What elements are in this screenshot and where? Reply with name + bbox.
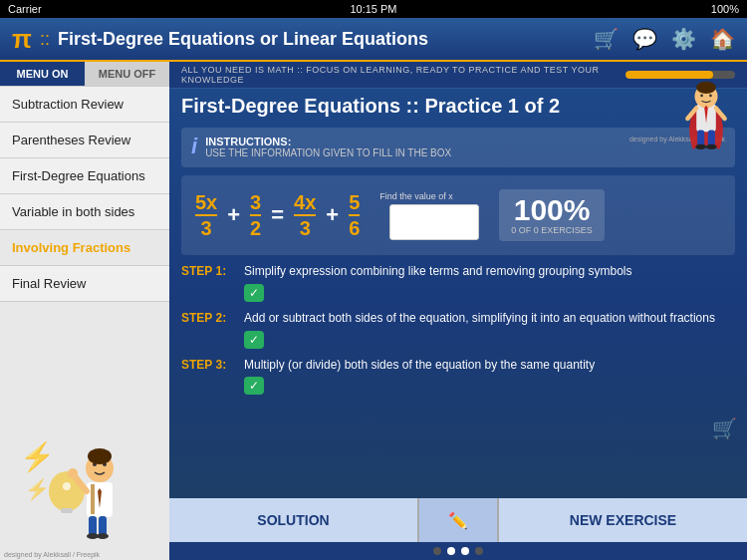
fraction-numerator-3: 3 xyxy=(250,191,261,216)
dot-2 xyxy=(447,547,455,555)
score-box: 100% 0 OF 0 EXERCISES xyxy=(499,189,605,241)
instructions-text: INSTRUCTIONS: USE THE INFORMATION GIVEN … xyxy=(205,136,451,158)
edit-icon: ✏️ xyxy=(448,511,468,530)
fraction-5x-3: 5x 3 xyxy=(195,191,217,239)
separator: :: xyxy=(40,29,50,50)
svg-point-17 xyxy=(88,448,112,464)
time-label: 10:15 PM xyxy=(350,3,396,15)
svg-rect-3 xyxy=(61,508,73,513)
sidebar-item-first-degree-equations[interactable]: First-Degree Equations xyxy=(0,158,169,194)
step-3-content: Multiply (or divide) both sides of the e… xyxy=(244,357,735,396)
menu-toggle: MENU ON MENU OFF xyxy=(0,62,169,87)
step-1-text: Simplify expression combining like terms… xyxy=(244,263,735,280)
banner-text: ALL YOU NEED IS MATH :: FOCUS ON LEARNIN… xyxy=(181,65,625,85)
fraction-denominator-3a: 3 xyxy=(201,216,212,239)
sidebar-item-variable-both-sides[interactable]: Variable in both sides xyxy=(0,194,169,230)
svg-point-21 xyxy=(700,95,703,98)
step-1-check-icon: ✓ xyxy=(244,284,264,302)
instructions-description: USE THE INFORMATION GIVEN TO FILL IN THE… xyxy=(205,147,451,158)
dot-4 xyxy=(475,547,483,555)
new-exercise-label: NEW EXERCISE xyxy=(570,512,676,528)
svg-point-10 xyxy=(68,468,78,478)
svg-rect-7 xyxy=(91,484,95,514)
find-label: Find the value of x xyxy=(379,191,479,201)
plus-operator-1: + xyxy=(227,202,240,228)
app-title: First-Degree Equations or Linear Equatio… xyxy=(58,29,594,50)
instructions-box: i INSTRUCTIONS: USE THE INFORMATION GIVE… xyxy=(181,128,735,167)
svg-text:⚡: ⚡ xyxy=(20,440,55,473)
svg-point-26 xyxy=(695,144,706,149)
svg-point-22 xyxy=(709,95,712,98)
status-bar: Carrier 10:15 PM 100% xyxy=(0,0,747,18)
sidebar-item-involving-fractions[interactable]: Involving Fractions xyxy=(0,230,169,266)
step-3-check-icon: ✓ xyxy=(244,377,264,395)
fraction-denominator-6: 6 xyxy=(349,216,360,239)
svg-text:⚡: ⚡ xyxy=(25,477,50,501)
title-bar: π :: First-Degree Equations or Linear Eq… xyxy=(0,18,747,62)
new-exercise-button[interactable]: NEW EXERCISE xyxy=(498,498,747,542)
dot-3 xyxy=(461,547,469,555)
fraction-4x-3: 4x 3 xyxy=(294,191,316,239)
pi-icon: π xyxy=(12,24,32,55)
step-2-block: STEP 2: Add or subtract both sides of th… xyxy=(181,310,735,349)
svg-rect-25 xyxy=(708,131,715,146)
battery-label: 100% xyxy=(711,3,739,15)
title-icons: 🛒 💬 ⚙️ 🏠 xyxy=(594,27,735,51)
fraction-numerator-4x: 4x xyxy=(294,191,316,216)
svg-point-20 xyxy=(696,82,716,94)
step-1-block: STEP 1: Simplify expression combining li… xyxy=(181,263,735,302)
page-dots xyxy=(169,542,747,560)
sidebar: MENU ON MENU OFF Subtraction Review Pare… xyxy=(0,62,169,560)
sidebar-item-parentheses-review[interactable]: Parentheses Review xyxy=(0,123,169,158)
menu-off-button[interactable]: MENU OFF xyxy=(85,62,169,86)
edit-button[interactable]: ✏️ xyxy=(418,498,498,542)
sidebar-item-final-review[interactable]: Final Review xyxy=(0,266,169,302)
practice-header: First-Degree Equations :: Practice 1 of … xyxy=(169,89,747,124)
step-3-text: Multiply (or divide) both sides of the e… xyxy=(244,357,735,374)
instructions-title: INSTRUCTIONS: xyxy=(205,136,451,147)
answer-input[interactable] xyxy=(389,204,479,240)
step-2-check-icon: ✓ xyxy=(244,331,264,349)
solution-button[interactable]: SOLUTION xyxy=(169,498,418,542)
fraction-5-6: 5 6 xyxy=(349,191,360,239)
mascot-credit: designed by Alekksall / Freepik xyxy=(4,551,100,558)
cart-icon[interactable]: 🛒 xyxy=(594,27,619,51)
hero-illustration xyxy=(671,79,741,158)
answer-section: Find the value of x xyxy=(379,191,479,240)
step-3-block: STEP 3: Multiply (or divide) both sides … xyxy=(181,357,735,396)
menu-on-button[interactable]: MENU ON xyxy=(0,62,85,86)
mascot-illustration: ⚡ ⚡ xyxy=(15,397,154,556)
fraction-denominator-3b: 3 xyxy=(300,216,311,239)
sidebar-item-subtraction-review[interactable]: Subtraction Review xyxy=(0,87,169,123)
step-2-label: STEP 2: xyxy=(181,311,236,325)
svg-point-2 xyxy=(49,471,85,511)
svg-point-4 xyxy=(63,482,71,490)
equation-area: 5x 3 + 3 2 = 4x 3 + 5 6 Find the xyxy=(181,175,735,255)
practice-title: First-Degree Equations :: Practice 1 of … xyxy=(181,95,560,118)
step-1-label: STEP 1: xyxy=(181,264,236,278)
chat-icon[interactable]: 💬 xyxy=(632,27,657,51)
settings-icon[interactable]: ⚙️ xyxy=(671,27,696,51)
progress-bar xyxy=(625,71,735,79)
bottom-bar: SOLUTION ✏️ NEW EXERCISE xyxy=(169,498,747,542)
plus-operator-2: + xyxy=(326,202,339,228)
home-icon[interactable]: 🏠 xyxy=(710,27,735,51)
score-exercises-label: 0 OF 0 EXERCISES xyxy=(511,225,593,235)
svg-rect-24 xyxy=(697,131,704,146)
step-2-content: Add or subtract both sides of the equati… xyxy=(244,310,735,349)
top-banner: ALL YOU NEED IS MATH :: FOCUS ON LEARNIN… xyxy=(169,62,747,89)
fraction-denominator-2: 2 xyxy=(250,216,261,239)
step-2-text: Add or subtract both sides of the equati… xyxy=(244,310,735,327)
carrier-label: Carrier xyxy=(8,3,42,15)
info-icon: i xyxy=(191,134,197,159)
fraction-numerator-5: 5 xyxy=(349,191,360,216)
solution-label: SOLUTION xyxy=(257,512,329,528)
score-percent: 100% xyxy=(511,195,593,225)
main-layout: MENU ON MENU OFF Subtraction Review Pare… xyxy=(0,62,747,560)
content-area: ALL YOU NEED IS MATH :: FOCUS ON LEARNIN… xyxy=(169,62,747,560)
fraction-numerator-5x: 5x xyxy=(195,191,217,216)
progress-fill xyxy=(625,71,713,79)
fraction-3-2: 3 2 xyxy=(250,191,261,239)
step-1-content: Simplify expression combining like terms… xyxy=(244,263,735,302)
cart-side-icon: 🛒 xyxy=(712,417,737,440)
